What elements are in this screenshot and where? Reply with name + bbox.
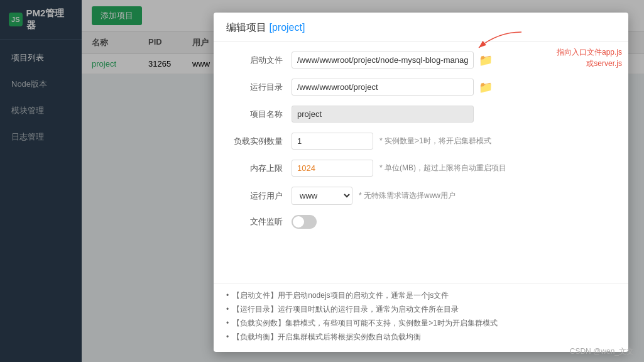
note-item-3: • 【负载实例数】集群模式，有些项目可能不支持，实例数量>1时为开启集群模式: [226, 318, 616, 329]
project-name-row: 项目名称: [232, 106, 609, 123]
footer-watermark: CSDN @wen_文文: [570, 346, 634, 357]
notes-section: • 【启动文件】用于启动nodejs项目的启动文件，通常是一个js文件 • 【运…: [214, 283, 628, 352]
startup-file-folder-icon[interactable]: 📁: [479, 53, 493, 67]
startup-file-row: 启动文件 📁: [232, 52, 609, 69]
run-user-hint: * 无特殊需求请选择www用户: [359, 190, 456, 201]
note-bullet-2: •: [226, 305, 229, 314]
note-text-4: 【负载均衡】开启集群模式后将根据实例数自动负载均衡: [232, 332, 421, 343]
instances-label: 负载实例数量: [232, 136, 283, 147]
dialog-header: 编辑项目 [project]: [214, 13, 628, 41]
file-watch-toggle[interactable]: [292, 215, 317, 229]
note-bullet-1: •: [226, 291, 229, 300]
project-name-input[interactable]: [292, 106, 474, 123]
startup-file-input-group: 📁: [292, 52, 493, 69]
project-name-label: 项目名称: [232, 109, 283, 120]
annotation-arrow-icon: [472, 29, 523, 54]
run-user-row: 运行用户 www root nobody * 无特殊需求请选择www用户: [232, 187, 609, 205]
file-watch-label: 文件监听: [232, 216, 283, 228]
note-text-2: 【运行目录】运行项目时默认的运行目录，通常为启动文件所在目录: [232, 304, 459, 315]
run-dir-folder-icon[interactable]: 📁: [479, 80, 493, 94]
startup-file-input[interactable]: [292, 52, 474, 69]
note-text-1: 【启动文件】用于启动nodejs项目的启动文件，通常是一个js文件: [232, 290, 449, 301]
edit-project-dialog: 编辑项目 [project] 指向入口文件app.js 或server.js 启…: [214, 13, 628, 352]
startup-file-label: 启动文件: [232, 55, 283, 66]
memory-label: 内存上限: [232, 163, 283, 174]
memory-row: 内存上限 * 单位(MB)，超过上限将自动重启项目: [232, 160, 609, 177]
note-item-4: • 【负载均衡】开启集群模式后将根据实例数自动负载均衡: [226, 332, 616, 343]
dialog-title: 编辑项目 [project]: [226, 21, 305, 35]
note-bullet-3: •: [226, 319, 229, 327]
note-bullet-4: •: [226, 332, 229, 341]
annotation-text: 指向入口文件app.js 或server.js: [557, 47, 622, 69]
note-item-1: • 【启动文件】用于启动nodejs项目的启动文件，通常是一个js文件: [226, 290, 616, 301]
run-dir-input[interactable]: [292, 79, 474, 96]
instances-input[interactable]: [292, 133, 373, 150]
dialog-title-project: [project]: [269, 22, 305, 33]
dialog-title-prefix: 编辑项目: [226, 22, 266, 33]
instances-hint: * 实例数量>1时，将开启集群模式: [379, 136, 491, 146]
file-watch-row: 文件监听: [232, 215, 609, 229]
dialog-body: 指向入口文件app.js 或server.js 启动文件 📁 运行目录: [214, 41, 628, 278]
annotation-line1: 指向入口文件app.js: [557, 48, 622, 57]
run-dir-row: 运行目录 📁: [232, 79, 609, 96]
memory-hint: * 单位(MB)，超过上限将自动重启项目: [379, 163, 506, 173]
run-user-select[interactable]: www root nobody: [292, 187, 352, 205]
memory-input[interactable]: [292, 160, 373, 177]
note-item-2: • 【运行目录】运行项目时默认的运行目录，通常为启动文件所在目录: [226, 304, 616, 315]
run-dir-label: 运行目录: [232, 82, 283, 93]
note-text-3: 【负载实例数】集群模式，有些项目可能不支持，实例数量>1时为开启集群模式: [232, 318, 498, 329]
instances-row: 负载实例数量 * 实例数量>1时，将开启集群模式: [232, 133, 609, 150]
annotation-line2: 或server.js: [586, 59, 622, 68]
run-user-label: 运行用户: [232, 190, 283, 202]
run-dir-input-group: 📁: [292, 79, 493, 96]
